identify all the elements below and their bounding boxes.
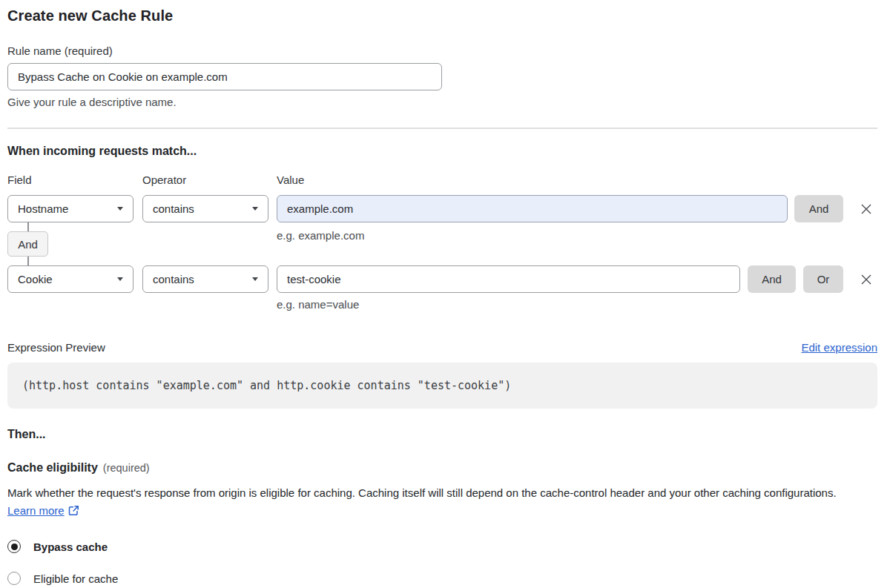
close-icon [860,203,872,215]
operator-select[interactable]: contains [142,265,268,293]
radio-label: Eligible for cache [33,572,118,585]
value-column-label: Value [277,174,304,186]
expression-code-block: (http.host contains "example.com" and ht… [7,363,877,409]
remove-condition-button[interactable] [856,195,877,222]
rule-name-label: Rule name (required) [7,44,877,57]
rule-name-helper: Give your rule a descriptive name. [7,96,877,108]
match-heading: When incoming requests match... [7,145,877,158]
radio-option-bypass-cache[interactable]: Bypass cache [7,540,877,553]
value-hint: e.g. name=value [277,298,359,311]
expression-code: (http.host contains "example.com" and ht… [22,379,511,392]
section-divider [7,128,877,129]
create-cache-rule-page: Create new Cache Rule Rule name (require… [0,0,890,588]
add-or-condition-button[interactable]: Or [803,265,843,293]
operator-column-label: Operator [142,174,186,186]
radio-label: Bypass cache [33,541,108,553]
description-text: Mark whether the request's response from… [7,486,837,499]
radio-selected-icon [7,540,21,553]
cache-eligibility-description: Mark whether the request's response from… [7,484,868,521]
remove-condition-button[interactable] [856,265,877,293]
field-select[interactable]: Hostname [7,195,134,222]
value-input[interactable] [277,195,788,222]
edit-expression-link[interactable]: Edit expression [801,341,877,354]
close-icon [860,274,872,285]
then-heading: Then... [7,428,877,441]
chevron-down-icon [252,207,258,211]
required-note: (required) [103,462,150,474]
field-select-value: Cookie [18,273,53,285]
cache-eligibility-heading: Cache eligibility(required) [7,461,877,475]
expression-preview-header: Expression Preview Edit expression [7,341,877,354]
operator-select-value: contains [153,202,194,215]
add-and-condition-button[interactable]: And [794,195,843,222]
value-hint: e.g. example.com [277,229,364,242]
operator-select-value: contains [153,273,194,285]
add-and-condition-button[interactable]: And [748,265,796,293]
operator-select[interactable]: contains [142,195,268,222]
learn-more-link[interactable]: Learn more [7,504,65,517]
page-title: Create new Cache Rule [7,7,877,24]
condition-builder: Field Operator Value And Hostname contai… [7,174,877,314]
connector-and-button[interactable]: And [7,231,48,257]
expression-preview-label: Expression Preview [7,341,105,354]
chevron-down-icon [117,207,123,211]
field-select-value: Hostname [18,202,68,215]
chevron-down-icon [252,277,258,281]
value-input[interactable] [277,265,740,293]
rule-name-input[interactable] [7,63,442,90]
radio-unselected-icon [7,572,21,585]
cache-eligibility-title: Cache eligibility [7,461,98,474]
radio-option-eligible-for-cache[interactable]: Eligible for cache [7,572,877,585]
chevron-down-icon [117,277,123,281]
field-column-label: Field [7,174,32,186]
external-link-icon [68,503,79,521]
field-select[interactable]: Cookie [7,265,134,293]
